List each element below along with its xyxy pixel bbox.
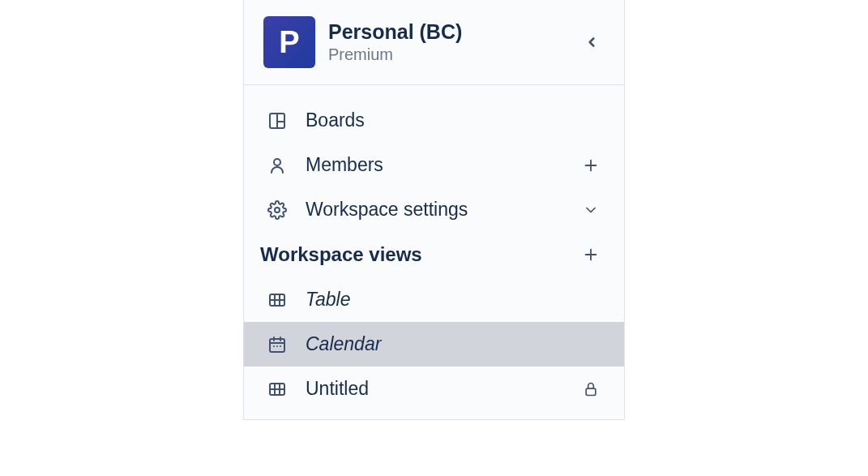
nav-item-workspace-settings[interactable]: Workspace settings <box>244 187 624 232</box>
plus-icon <box>582 157 600 174</box>
view-label-calendar: Calendar <box>306 333 601 355</box>
nav-section: Boards Members <box>244 85 624 419</box>
svg-point-6 <box>275 208 280 212</box>
add-view-button[interactable] <box>580 244 601 265</box>
workspace-plan: Premium <box>328 45 566 64</box>
gear-icon <box>267 199 288 221</box>
table-icon <box>267 379 288 400</box>
svg-point-3 <box>274 159 280 165</box>
calendar-icon <box>267 334 288 355</box>
workspace-logo[interactable]: P <box>263 16 315 68</box>
workspace-views-header: Workspace views <box>244 232 624 277</box>
view-item-table[interactable]: Table <box>244 277 624 322</box>
collapse-sidebar-button[interactable] <box>579 29 605 55</box>
nav-label-boards: Boards <box>306 109 601 131</box>
table-icon <box>267 289 288 311</box>
plus-icon <box>582 246 600 264</box>
workspace-header: P Personal (BC) Premium <box>244 0 624 85</box>
expand-settings-button[interactable] <box>580 199 601 221</box>
boards-icon <box>267 110 288 131</box>
nav-item-members[interactable]: Members <box>244 143 624 187</box>
workspace-sidebar: P Personal (BC) Premium Boards <box>243 0 625 420</box>
view-item-calendar[interactable]: Calendar <box>244 322 624 367</box>
members-icon <box>267 155 288 176</box>
workspace-info: Personal (BC) Premium <box>328 20 566 64</box>
view-item-untitled[interactable]: Untitled <box>244 367 624 411</box>
workspace-logo-letter: P <box>279 25 299 60</box>
nav-label-settings: Workspace settings <box>306 199 562 221</box>
view-label-table: Table <box>306 289 601 311</box>
chevron-left-icon <box>584 35 599 49</box>
workspace-name: Personal (BC) <box>328 20 566 44</box>
nav-label-members: Members <box>306 154 562 176</box>
nav-item-boards[interactable]: Boards <box>244 98 624 143</box>
view-label-untitled: Untitled <box>306 378 562 400</box>
lock-icon <box>580 379 601 400</box>
add-member-button[interactable] <box>580 155 601 176</box>
chevron-down-icon <box>583 202 599 218</box>
svg-rect-24 <box>586 388 596 395</box>
workspace-views-title: Workspace views <box>260 243 569 266</box>
